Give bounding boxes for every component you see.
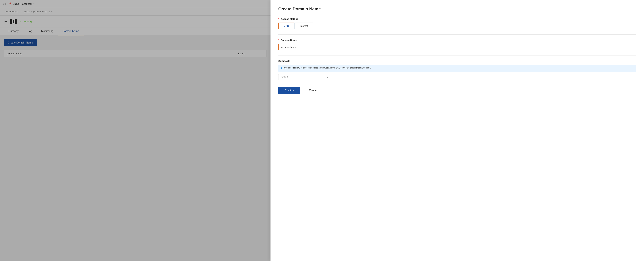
confirm-button[interactable]: Confirm <box>278 87 300 94</box>
certificate-info-text: If you use HTTPS to access services, you… <box>284 66 371 69</box>
certificate-section: Certificate ℹ If you use HTTPS to access… <box>278 60 636 80</box>
domain-name-input[interactable] <box>278 44 330 50</box>
certificate-label: Certificate <box>278 60 636 62</box>
domain-name-label: * Domain Name <box>278 38 636 41</box>
certificate-select[interactable]: 请选择 <box>278 74 330 80</box>
access-method-group: VPC Internet <box>278 22 636 29</box>
form-actions: Confirm Cancel <box>278 87 636 94</box>
access-method-label: * Access Method <box>278 17 636 20</box>
required-star-access: * <box>278 17 279 20</box>
certificate-select-wrapper: 请选择 <box>278 74 330 80</box>
modal-overlay[interactable] <box>0 0 270 261</box>
access-method-vpc-button[interactable]: VPC <box>278 22 294 29</box>
divider-2 <box>278 55 636 56</box>
drawer-title: Create Domain Name <box>278 6 636 11</box>
required-star-domain: * <box>278 38 279 41</box>
access-method-section: * Access Method VPC Internet <box>278 17 636 29</box>
cancel-button[interactable]: Cancel <box>303 87 323 94</box>
certificate-info-banner: ℹ If you use HTTPS to access services, y… <box>278 65 636 72</box>
create-domain-drawer: Create Domain Name * Access Method VPC I… <box>270 0 644 261</box>
access-method-internet-button[interactable]: Internet <box>294 22 314 29</box>
domain-name-section: * Domain Name <box>278 38 636 50</box>
info-icon: ℹ <box>281 67 282 70</box>
